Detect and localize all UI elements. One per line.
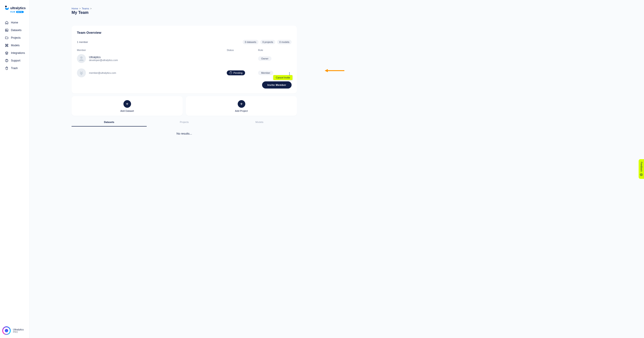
page-title: My Team — [72, 10, 297, 15]
feedback-tab[interactable]: Feedback — [639, 159, 644, 179]
nav-models[interactable]: Models — [0, 42, 29, 49]
brand-sub: HUB BETA — [10, 11, 24, 13]
no-results-text: No results... — [72, 132, 297, 135]
spinner-icon — [230, 72, 232, 74]
user-name: Ultralytics — [13, 328, 24, 331]
chip-models: 0 models — [277, 40, 292, 44]
member-avatar — [77, 54, 86, 63]
plus-icon: + — [238, 100, 245, 108]
nav-datasets[interactable]: Datasets — [0, 26, 29, 34]
breadcrumb-teams[interactable]: Teams — [82, 7, 89, 10]
arrow-annotation-icon — [325, 69, 345, 73]
nav-integrations[interactable]: Integrations — [0, 49, 29, 57]
member-count: 1 member — [77, 41, 88, 43]
sidebar: ultralytics HUB BETA Home Datasets Proje… — [0, 0, 30, 338]
tab-projects[interactable]: Projects — [147, 118, 222, 126]
member-email: developer@ultralytics.com — [89, 59, 118, 62]
svg-point-4 — [6, 61, 7, 62]
svg-point-7 — [80, 72, 83, 74]
avatar — [2, 326, 11, 335]
stat-chips: 0 datasets 0 projects 0 models — [242, 40, 292, 44]
brand-name: ultralytics — [10, 6, 26, 10]
table-row: Ultralytics developer@ultralytics.com Ow… — [77, 52, 292, 66]
svg-marker-10 — [325, 69, 328, 72]
svg-point-13 — [642, 175, 642, 175]
invite-member-button[interactable]: Invite Member — [262, 81, 292, 88]
content-tabs: Datasets Projects Models — [72, 118, 297, 126]
member-avatar — [77, 68, 86, 77]
layers-icon — [5, 51, 8, 55]
add-project-card[interactable]: + Add Project — [186, 96, 297, 116]
table-header: Member Status Role — [77, 49, 292, 52]
home-icon — [5, 21, 8, 24]
breadcrumb: Home > Teams > — [72, 7, 297, 10]
user-badge[interactable]: Ultralytics PRO — [2, 326, 24, 335]
command-icon — [5, 44, 8, 47]
logo-mark-icon — [5, 5, 9, 10]
member-email: member@ultralytics.com — [89, 72, 116, 74]
nav-projects[interactable]: Projects — [0, 34, 29, 42]
help-icon — [5, 59, 8, 62]
nav-trash[interactable]: Trash — [0, 64, 29, 72]
svg-point-11 — [640, 174, 643, 176]
svg-point-2 — [6, 30, 6, 30]
member-name: Ultralytics — [89, 56, 118, 59]
status-pending: Pending — [227, 70, 245, 75]
svg-rect-8 — [81, 74, 82, 75]
main: Home > Teams > My Team Team Overview 1 m… — [30, 0, 644, 338]
trash-icon — [5, 66, 8, 70]
image-icon — [5, 28, 8, 32]
user-plan: PRO — [13, 331, 24, 333]
role-pill: Owner — [258, 56, 272, 61]
nav-support[interactable]: Support — [0, 57, 29, 64]
nav-home[interactable]: Home — [0, 19, 29, 26]
team-overview-card: Team Overview 1 member 0 datasets 0 proj… — [72, 26, 297, 94]
svg-point-5 — [5, 329, 8, 332]
plus-icon: + — [124, 100, 131, 108]
chip-datasets: 0 datasets — [242, 40, 258, 44]
nav: Home Datasets Projects Models Integratio… — [0, 19, 29, 72]
role-pill: Member — [258, 71, 273, 75]
table-row: member@ultralytics.com Pending Member Ca… — [77, 66, 292, 80]
cancel-invite-option[interactable]: Cancel Invite — [273, 75, 292, 80]
logo[interactable]: ultralytics HUB BETA — [0, 4, 29, 18]
tab-datasets[interactable]: Datasets — [72, 118, 147, 126]
smile-icon — [640, 173, 643, 176]
chip-projects: 0 projects — [260, 40, 276, 44]
folder-icon — [5, 36, 8, 40]
card-title: Team Overview — [77, 31, 292, 34]
svg-point-6 — [80, 56, 83, 59]
breadcrumb-home[interactable]: Home — [72, 7, 78, 10]
tab-models[interactable]: Models — [222, 118, 297, 126]
svg-point-0 — [5, 6, 7, 8]
add-dataset-card[interactable]: + Add Dataset — [72, 96, 183, 116]
